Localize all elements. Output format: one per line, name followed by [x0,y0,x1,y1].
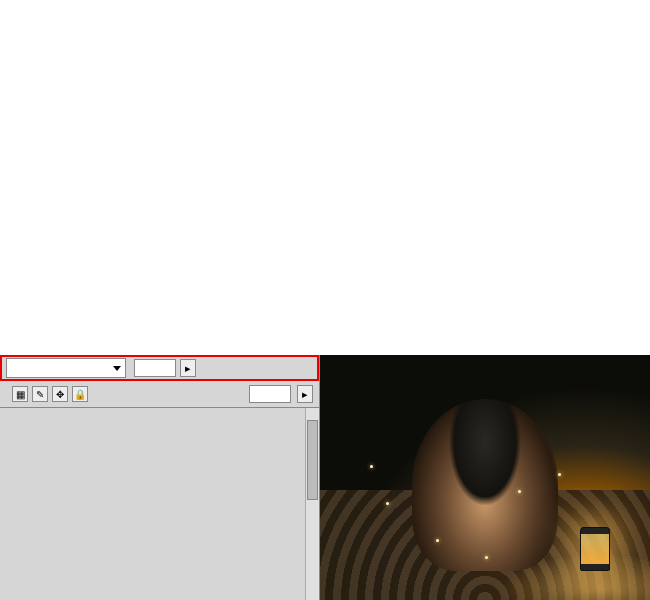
layers-scrollbar[interactable] [305,408,319,600]
fill-flyout-button[interactable]: ▸ [297,385,313,403]
image-preview [320,355,650,600]
opacity-input[interactable] [134,359,176,377]
opacity-flyout-button[interactable]: ▸ [180,359,196,377]
scrollbar-thumb[interactable] [307,420,318,500]
chevron-down-icon [113,366,121,371]
lock-transparency-icon[interactable]: ▦ [12,386,28,402]
lock-all-icon[interactable]: 🔒 [72,386,88,402]
lock-position-icon[interactable]: ✥ [52,386,68,402]
blend-mode-select[interactable] [6,358,126,378]
lock-fill-row: ▦ ✎ ✥ 🔒 ▸ [0,381,319,407]
layers-panel: ▸ ▦ ✎ ✥ 🔒 ▸ [0,355,320,600]
fill-input[interactable] [249,385,291,403]
blend-opacity-row: ▸ [0,355,319,381]
lock-image-icon[interactable]: ✎ [32,386,48,402]
layer-list [0,407,319,600]
